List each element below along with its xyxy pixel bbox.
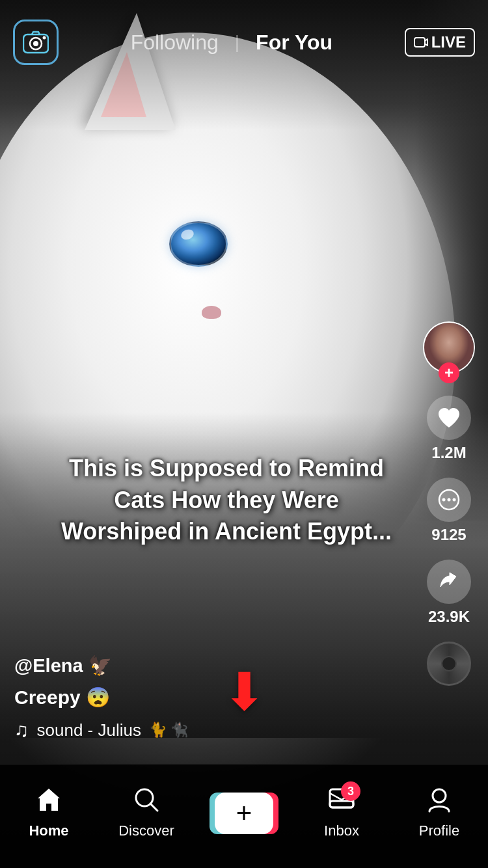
search-icon <box>133 787 159 819</box>
home-icon <box>35 787 62 819</box>
plus-icon: + <box>236 800 252 827</box>
music-note-icon: ♫ <box>14 719 29 741</box>
discover-label: Discover <box>118 822 174 839</box>
svg-rect-12 <box>330 801 353 807</box>
live-button[interactable]: LIVE <box>405 28 475 57</box>
svg-line-10 <box>150 804 157 811</box>
profile-label: Profile <box>419 822 459 839</box>
like-button[interactable]: 1.2M <box>427 396 471 462</box>
home-label: Home <box>29 822 68 839</box>
comment-button[interactable]: 9125 <box>427 478 471 544</box>
profile-icon <box>426 787 452 819</box>
nav-create[interactable]: + <box>195 793 293 834</box>
tab-divider: | <box>235 32 239 53</box>
arrow-down-icon: ⬇ <box>223 666 266 718</box>
svg-point-3 <box>43 36 46 40</box>
svg-point-13 <box>433 789 446 802</box>
follow-button[interactable]: + <box>439 362 459 383</box>
nav-profile[interactable]: Profile <box>390 787 488 839</box>
inbox-badge: 3 <box>341 781 360 801</box>
svg-point-8 <box>453 498 456 502</box>
right-actions-sidebar: + 1.2M 9125 23.9K <box>423 321 475 686</box>
for-you-tab[interactable]: For You <box>243 24 346 61</box>
create-button[interactable]: + <box>215 793 273 834</box>
username[interactable]: @Elena 🦅 <box>14 655 403 677</box>
music-disc[interactable] <box>427 642 471 686</box>
nav-home[interactable]: Home <box>0 787 98 839</box>
nav-discover[interactable]: Discover <box>98 787 195 839</box>
top-navigation: Following | For You LIVE <box>0 0 488 72</box>
creator-avatar-container[interactable]: + <box>423 321 475 373</box>
red-arrow-indicator: ⬇ <box>223 666 266 718</box>
nav-tabs: Following | For You <box>118 24 346 61</box>
share-button[interactable]: 23.9K <box>427 560 471 626</box>
camera-button[interactable] <box>13 20 59 65</box>
svg-point-6 <box>442 498 446 502</box>
video-caption: This is Supposed to Remind Cats How they… <box>51 453 402 548</box>
sound-decoration: 🐈 🐈‍⬛ <box>149 722 188 739</box>
inbox-label: Inbox <box>324 822 359 839</box>
sound-name: sound - Julius <box>37 720 141 740</box>
comments-count: 9125 <box>431 526 466 544</box>
svg-point-2 <box>33 41 38 46</box>
hashtag-text: Creepy 😨 <box>14 686 403 709</box>
following-tab[interactable]: Following <box>118 24 232 61</box>
svg-rect-4 <box>414 38 425 47</box>
likes-count: 1.2M <box>431 444 466 462</box>
bottom-content-area: @Elena 🦅 Creepy 😨 ♫ sound - Julius 🐈 🐈‍⬛ <box>14 655 403 741</box>
sound-info[interactable]: ♫ sound - Julius 🐈 🐈‍⬛ <box>14 719 403 741</box>
shares-count: 23.9K <box>428 608 470 626</box>
svg-point-7 <box>448 498 451 502</box>
nav-inbox[interactable]: 3 Inbox <box>293 787 390 839</box>
bottom-navigation: Home Discover + <box>0 764 488 868</box>
